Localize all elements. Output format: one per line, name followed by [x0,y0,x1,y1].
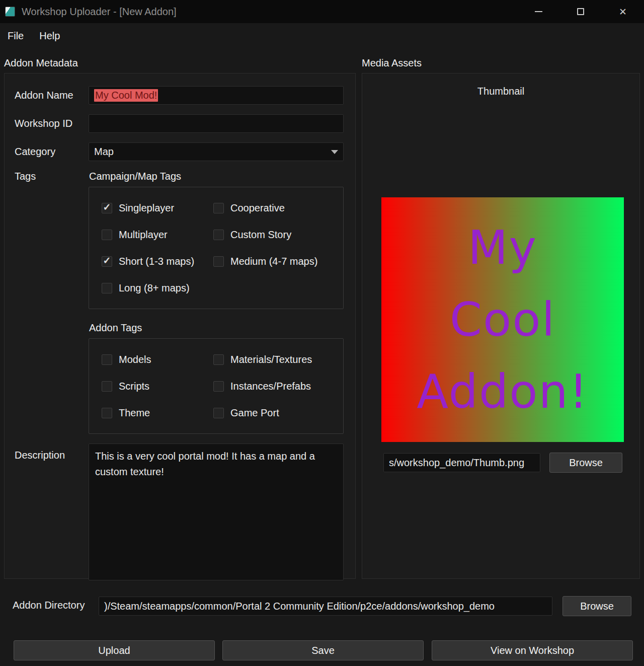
addon-name-selected-text: My Cool Mod! [94,89,158,102]
menu-file[interactable]: File [7,29,25,43]
description-row: Description This is a very cool portal m… [15,443,344,580]
checkbox-box[interactable] [213,230,224,240]
thumbnail-text-line: Cool [450,284,555,356]
checkbox-label: Singleplayer [119,202,174,214]
checkbox-box[interactable] [102,408,112,418]
minimize-button[interactable] [517,0,559,23]
tags-row: Tags Campaign/Map Tags Singleplayer Coop… [15,171,344,434]
checkbox-box[interactable] [213,256,224,267]
checkbox-box[interactable] [102,283,112,293]
checkbox-box[interactable] [102,203,112,213]
addon-name-input[interactable]: My Cool Mod! [89,86,344,105]
checkbox-label: Long (8+ maps) [119,282,190,294]
checkbox-label: Short (1-3 maps) [119,256,194,267]
maximize-button[interactable] [559,0,602,23]
close-icon: ✕ [619,7,627,17]
addon-directory-input[interactable]: )/Steam/steamapps/common/Portal 2 Commun… [99,597,552,616]
category-row: Category Map [15,142,344,161]
view-on-workshop-button[interactable]: View on Workshop [432,640,633,660]
checkbox-theme[interactable]: Theme [102,407,213,418]
window-controls: ✕ [517,0,644,23]
thumbnail-label: Thumbnail [362,86,639,97]
checkbox-box[interactable] [213,203,224,213]
category-selected-value: Map [94,146,114,158]
campaign-map-tags-grid: Singleplayer Cooperative Multiplayer Cus… [89,187,343,309]
menu-help[interactable]: Help [38,29,61,43]
checkbox-short-maps[interactable]: Short (1-3 maps) [102,256,213,267]
checkbox-box[interactable] [102,381,112,392]
addon-tags-grid: Models Materials/Textures Scripts Instan… [89,339,343,433]
addon-tags-groupbox: Models Materials/Textures Scripts Instan… [89,338,344,434]
chevron-down-icon [331,150,338,154]
thumbnail-path-input[interactable]: s/workshop_demo/Thumb.png [383,453,540,472]
maximize-icon [577,8,584,15]
checkbox-label: Scripts [119,381,149,392]
checkbox-label: Multiplayer [119,229,168,241]
addon-directory-browse-button[interactable]: Browse [562,596,631,616]
checkbox-cooperative[interactable]: Cooperative [213,202,338,213]
addon-directory-label: Addon Directory [13,600,85,611]
thumbnail-path-value: s/workshop_demo/Thumb.png [389,457,524,469]
addon-metadata-panel: Addon Name My Cool Mod! Workshop ID Cate… [4,73,356,579]
checkbox-label: Cooperative [230,202,285,214]
media-assets-section-title: Media Assets [362,57,422,69]
window-title: Workshop Uploader - [New Addon] [22,6,177,18]
checkbox-label: Game Port [230,407,279,419]
media-assets-panel: Thumbnail My Cool Addon! s/workshop_demo… [362,73,640,579]
checkbox-label: Custom Story [230,229,291,241]
thumbnail-preview-image: My Cool Addon! [381,197,624,442]
checkbox-box[interactable] [213,354,224,365]
close-button[interactable]: ✕ [602,0,644,23]
thumbnail-text-line: Addon! [417,356,589,428]
category-dropdown[interactable]: Map [89,142,344,161]
checkbox-label: Theme [119,407,150,419]
addon-tags-title: Addon Tags [89,322,344,334]
addon-directory-value: )/Steam/steamapps/common/Portal 2 Commun… [104,601,495,612]
workshop-id-row: Workshop ID [15,114,344,133]
checkbox-box[interactable] [102,354,112,365]
checkbox-scripts[interactable]: Scripts [102,381,213,392]
checkbox-singleplayer[interactable]: Singleplayer [102,202,213,213]
tags-label: Tags [15,171,89,182]
checkbox-label: Models [119,354,151,365]
checkbox-box[interactable] [102,256,112,267]
description-textarea[interactable]: This is a very cool portal mod! It has a… [89,443,344,580]
category-label: Category [15,146,89,158]
checkbox-materials-textures[interactable]: Materials/Textures [213,354,338,365]
campaign-map-tags-title: Campaign/Map Tags [89,171,344,182]
checkbox-label: Instances/Prefabs [230,381,311,392]
addon-name-row: Addon Name My Cool Mod! [15,86,344,105]
app-icon [5,7,15,17]
addon-metadata-section-title: Addon Metadata [4,57,78,69]
checkbox-custom-story[interactable]: Custom Story [213,229,338,240]
checkbox-instances-prefabs[interactable]: Instances/Prefabs [213,381,338,392]
checkbox-long-maps[interactable]: Long (8+ maps) [102,282,213,293]
checkbox-game-port[interactable]: Game Port [213,407,338,418]
checkbox-label: Materials/Textures [230,354,312,365]
checkbox-box[interactable] [102,230,112,240]
save-button[interactable]: Save [222,640,424,660]
menubar: File Help [0,23,644,48]
checkbox-medium-maps[interactable]: Medium (4-7 maps) [213,256,338,267]
checkbox-box[interactable] [213,408,224,418]
checkbox-label: Medium (4-7 maps) [230,256,317,267]
checkbox-multiplayer[interactable]: Multiplayer [102,229,213,240]
checkbox-box[interactable] [213,381,224,392]
minimize-icon [535,11,542,12]
addon-name-label: Addon Name [15,90,89,101]
workshop-id-input[interactable] [89,114,344,133]
workshop-id-label: Workshop ID [15,118,89,129]
titlebar: Workshop Uploader - [New Addon] ✕ [0,0,644,23]
tags-groups: Campaign/Map Tags Singleplayer Cooperati… [89,171,344,434]
campaign-map-tags-groupbox: Singleplayer Cooperative Multiplayer Cus… [89,187,344,309]
checkbox-models[interactable]: Models [102,354,213,365]
thumbnail-browse-button[interactable]: Browse [549,453,622,473]
description-label: Description [15,443,89,461]
thumbnail-text-line: My [468,212,537,284]
upload-button[interactable]: Upload [14,640,215,660]
